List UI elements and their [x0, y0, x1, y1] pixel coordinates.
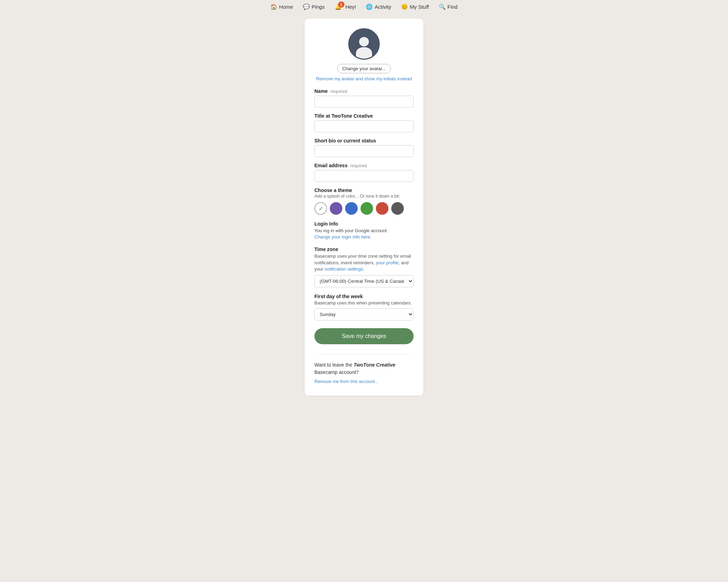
nav-mystuff-label: My Stuff — [410, 4, 429, 10]
timezone-title: Time zone — [314, 246, 414, 252]
change-login-link[interactable]: Change your login info here — [314, 234, 370, 240]
leave-title: Want to leave the TwoTone Creative Basec… — [314, 361, 414, 376]
theme-options: ✓ — [314, 202, 414, 215]
nav-mystuff[interactable]: 😊 My Stuff — [401, 3, 429, 10]
avatar-section: Change your avatar... Remove my avatar a… — [314, 28, 414, 81]
timezone-description: Basecamp uses your time zone setting for… — [314, 253, 414, 272]
name-label: Name required — [314, 88, 414, 94]
title-label: Title at TwoTone Creative — [314, 113, 414, 119]
title-field-group: Title at TwoTone Creative — [314, 113, 414, 132]
leave-section: Want to leave the TwoTone Creative Basec… — [314, 354, 414, 384]
avatar-image — [348, 28, 380, 60]
main-nav: 🏠 Home 💬 Pings 🔔 1 Hey! 🌐 Activity 😊 My … — [0, 0, 728, 13]
hey-badge: 1 — [338, 1, 344, 8]
theme-blue[interactable] — [345, 202, 358, 215]
name-field-group: Name required — [314, 88, 414, 108]
nav-activity[interactable]: 🌐 Activity — [366, 3, 391, 10]
theme-white[interactable]: ✓ — [314, 202, 327, 215]
nav-hey-label: Hey! — [345, 4, 356, 10]
your-profile-link[interactable]: your profile — [376, 260, 398, 265]
theme-purple[interactable] — [330, 202, 342, 215]
email-field-group: Email address required — [314, 163, 414, 182]
name-input[interactable] — [314, 96, 414, 108]
profile-card: Change your avatar... Remove my avatar a… — [305, 19, 423, 396]
firstday-title: First day of the week — [314, 294, 414, 299]
theme-section: Choose a theme Add a splash of color... … — [314, 187, 414, 215]
nav-pings-label: Pings — [312, 4, 325, 10]
mystuff-icon: 😊 — [401, 3, 408, 10]
hey-wrapper: 🔔 1 — [335, 3, 342, 10]
change-avatar-button[interactable]: Change your avatar... — [337, 64, 391, 73]
timezone-select[interactable]: (GMT-06:00) Central Time (US & Canada) (… — [314, 275, 414, 287]
remove-account-link[interactable]: Remove me from this account... — [314, 379, 379, 384]
timezone-section: Time zone Basecamp uses your time zone s… — [314, 246, 414, 287]
bio-field-group: Short bio or current status — [314, 138, 414, 157]
nav-find[interactable]: 🔍 Find — [439, 3, 458, 10]
nav-find-label: Find — [447, 4, 458, 10]
theme-green[interactable] — [361, 202, 373, 215]
avatar-person — [355, 37, 373, 59]
email-label: Email address required — [314, 163, 414, 168]
remove-avatar-link[interactable]: Remove my avatar and show my initials in… — [316, 76, 412, 81]
notification-settings-link[interactable]: notification settings — [325, 266, 363, 272]
title-input[interactable] — [314, 120, 414, 132]
save-button[interactable]: Save my changes — [314, 328, 414, 344]
theme-title: Choose a theme — [314, 187, 414, 193]
activity-icon: 🌐 — [366, 3, 373, 10]
login-section: Login info You log in with your Google a… — [314, 221, 414, 240]
avatar-body — [356, 47, 372, 59]
email-input[interactable] — [314, 170, 414, 182]
firstday-section: First day of the week Basecamp uses this… — [314, 294, 414, 321]
theme-subtitle: Add a splash of color... Or tone it down… — [314, 194, 414, 199]
home-icon: 🏠 — [270, 3, 277, 10]
nav-hey[interactable]: 🔔 1 Hey! — [335, 3, 356, 10]
avatar-head — [359, 37, 369, 46]
theme-gray[interactable] — [391, 202, 404, 215]
nav-home-label: Home — [279, 4, 293, 10]
nav-home[interactable]: 🏠 Home — [270, 3, 293, 10]
find-icon: 🔍 — [439, 3, 446, 10]
login-description: You log in with your Google account. Cha… — [314, 228, 414, 240]
firstday-select[interactable]: Sunday Monday Saturday — [314, 308, 414, 321]
firstday-description: Basecamp uses this when presenting calen… — [314, 300, 414, 305]
nav-activity-label: Activity — [374, 4, 391, 10]
bio-input[interactable] — [314, 145, 414, 157]
nav-pings[interactable]: 💬 Pings — [303, 3, 325, 10]
bio-label: Short bio or current status — [314, 138, 414, 143]
theme-red[interactable] — [376, 202, 388, 215]
pings-icon: 💬 — [303, 3, 310, 10]
login-title: Login info — [314, 221, 414, 227]
